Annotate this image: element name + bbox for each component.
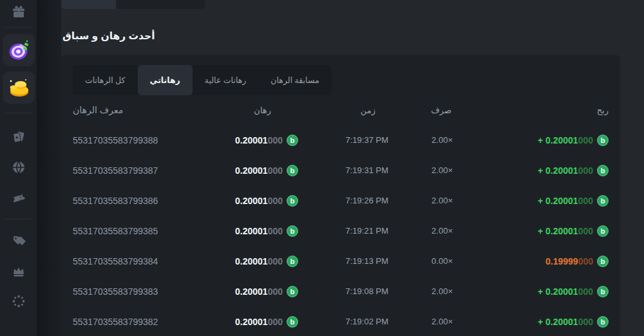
bet-amount-main: 0.20001: [235, 256, 268, 266]
bet-amount-main: 0.20001: [235, 135, 268, 145]
bet-profit-dim: 000: [578, 196, 593, 206]
table-row[interactable]: 55317035583799387 0.20001000 b 7:19:31 P…: [73, 155, 609, 185]
bet-profit: 0.19999000 b: [453, 256, 609, 267]
tab-all-bets[interactable]: كل الرهانات: [73, 65, 138, 95]
bet-time: 7:19:21 PM: [298, 226, 388, 236]
bet-id: 55317035583799382: [73, 317, 221, 327]
bets-card: كل الرهانات رهاناتي رهانات عالية مسابقة …: [61, 55, 620, 336]
top-cropped-buttons: [61, 0, 620, 9]
bet-profit: + 0.20001000 b: [453, 165, 609, 176]
table-row[interactable]: 55317035583799383 0.20001000 b 7:19:08 P…: [73, 276, 609, 306]
bet-amount-main: 0.20001: [235, 317, 268, 327]
bet-amount-main: 0.20001: [235, 165, 268, 176]
bet-profit-dim: 000: [578, 317, 593, 327]
table-row[interactable]: 55317035583799386 0.20001000 b 7:19:26 P…: [73, 185, 609, 216]
bet-amount: 0.20001000 b: [221, 195, 298, 207]
bet-amount-main: 0.20001: [235, 196, 268, 206]
gift-icon[interactable]: [0, 1, 37, 23]
fairness-icon[interactable]: [0, 290, 37, 312]
bet-id: 55317035583799384: [73, 256, 221, 266]
coin-icon: b: [287, 256, 298, 267]
bet-profit-main: + 0.20001: [538, 135, 578, 145]
bet-profit-main: + 0.20001: [538, 226, 578, 236]
tab-bet-contest[interactable]: مسابقة الرهان: [258, 65, 331, 95]
column-header-profit: ربح: [453, 106, 609, 115]
bet-time: 7:19:02 PM: [298, 317, 388, 326]
bet-amount-main: 0.20001: [235, 226, 268, 236]
column-header-time: زمن: [298, 106, 388, 115]
bet-payout: 2.00×: [388, 317, 453, 326]
bet-payout: 2.00×: [388, 226, 453, 236]
bet-amount: 0.20001000 b: [221, 316, 298, 328]
sidebar-gutter: [37, 0, 61, 336]
top-button-right[interactable]: [116, 0, 205, 9]
coin-icon: b: [287, 286, 298, 297]
bet-id: 55317035583799386: [73, 196, 221, 206]
cards-icon[interactable]: [0, 126, 37, 148]
bet-profit-main: 0.19999: [545, 256, 578, 266]
bet-amount-dim: 000: [268, 165, 283, 176]
sidebar: [0, 0, 37, 336]
bet-payout: 2.00×: [388, 286, 453, 296]
bet-amount: 0.20001000 b: [221, 286, 298, 297]
tab-high-bets[interactable]: رهانات عالية: [193, 65, 259, 95]
bet-profit-dim: 000: [578, 286, 593, 297]
bet-profit: + 0.20001000 b: [453, 316, 609, 328]
coin-icon: b: [597, 316, 609, 328]
coin-icon: b: [287, 165, 298, 176]
bet-amount-main: 0.20001: [235, 286, 268, 297]
bet-payout: 0.00×: [388, 256, 453, 266]
coin-icon: b: [597, 225, 609, 237]
table-body: 55317035583799388 0.20001000 b 7:19:37 P…: [73, 125, 609, 336]
coin-icon: b: [597, 256, 609, 267]
bet-profit-main: + 0.20001: [538, 286, 578, 297]
bet-profit: + 0.20001000 b: [453, 286, 609, 297]
bet-amount-dim: 000: [268, 286, 283, 297]
bet-id: 55317035583799385: [73, 226, 221, 236]
bet-payout: 2.00×: [388, 165, 453, 175]
bet-profit-dim: 000: [578, 226, 593, 236]
page-title: أحدث رهان و سباق: [62, 30, 620, 42]
bet-profit: + 0.20001000 b: [453, 225, 609, 237]
bet-profit-dim: 000: [578, 256, 593, 266]
table-row[interactable]: 55317035583799384 0.20001000 b 7:19:13 P…: [73, 246, 609, 276]
darts-target-icon[interactable]: [3, 34, 35, 66]
bet-time: 7:19:08 PM: [298, 286, 388, 296]
bet-id: 55317035583799388: [73, 135, 221, 145]
bet-profit-dim: 000: [578, 135, 593, 145]
table-row[interactable]: 55317035583799382 0.20001000 b 7:19:02 P…: [73, 306, 609, 336]
bet-amount-dim: 000: [268, 317, 283, 327]
bet-amount-dim: 000: [268, 135, 283, 145]
bet-payout: 2.00×: [388, 135, 453, 145]
bet-profit-main: + 0.20001: [538, 196, 578, 206]
table-row[interactable]: 55317035583799388 0.20001000 b 7:19:37 P…: [73, 125, 609, 155]
bet-id: 55317035583799387: [73, 165, 221, 176]
top-button-left[interactable]: [61, 0, 116, 9]
coin-icon: b: [287, 225, 298, 237]
bet-amount: 0.20001000 b: [221, 256, 298, 267]
bet-time: 7:19:31 PM: [298, 165, 388, 175]
bet-payout: 2.00×: [388, 196, 453, 205]
bet-time: 7:19:37 PM: [298, 135, 388, 145]
coin-icon: b: [287, 195, 298, 207]
bet-amount: 0.20001000 b: [221, 225, 298, 237]
coin-icon: b: [287, 135, 298, 146]
bet-amount-dim: 000: [268, 256, 283, 266]
coins-icon[interactable]: [3, 71, 35, 104]
tags-icon[interactable]: [0, 230, 37, 252]
bet-time: 7:19:26 PM: [298, 196, 388, 205]
bet-id: 55317035583799383: [73, 286, 221, 297]
ticket-icon[interactable]: [0, 187, 37, 209]
bet-profit: + 0.20001000 b: [453, 195, 609, 207]
table-row[interactable]: 55317035583799385 0.20001000 b 7:19:21 P…: [73, 216, 609, 246]
bet-profit: + 0.20001000 b: [453, 135, 609, 146]
coin-icon: b: [287, 316, 298, 328]
coin-icon: b: [597, 195, 609, 207]
bet-time: 7:19:13 PM: [298, 256, 388, 266]
coin-icon: b: [597, 135, 609, 146]
tab-my-bets[interactable]: رهاناتي: [138, 65, 193, 95]
bet-amount-dim: 000: [268, 226, 283, 236]
crown-icon[interactable]: [0, 260, 37, 282]
column-header-bet-id: معرف الرهان: [73, 105, 221, 115]
basketball-icon[interactable]: [0, 156, 37, 178]
